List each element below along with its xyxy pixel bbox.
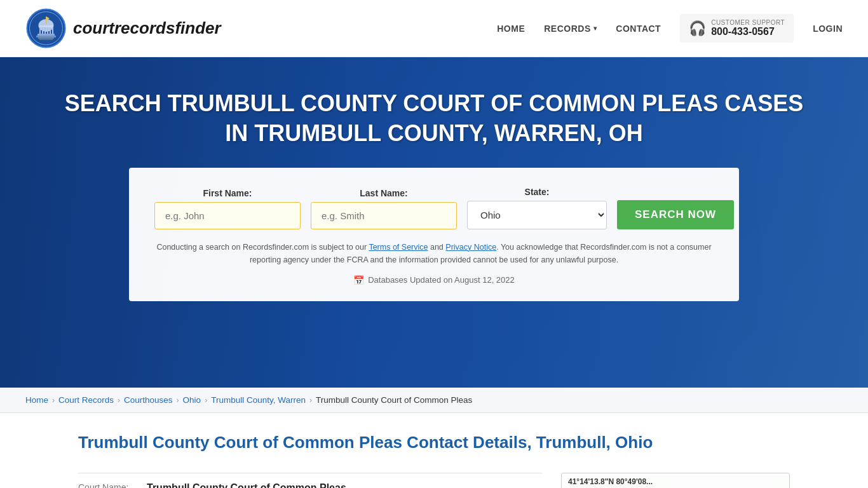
- breadcrumb-sep-1: ›: [52, 396, 55, 405]
- chevron-down-icon: ▾: [593, 25, 597, 32]
- breadcrumb-courthouses[interactable]: Courthouses: [124, 395, 173, 405]
- first-name-input[interactable]: [154, 202, 301, 229]
- svg-rect-4: [39, 27, 41, 34]
- breadcrumb-sep-4: ›: [205, 396, 207, 405]
- breadcrumb-sep-3: ›: [177, 396, 179, 405]
- svg-rect-11: [36, 36, 56, 37]
- last-name-group: Last Name:: [311, 188, 457, 229]
- db-updated: 📅 Databases Updated on August 12, 2022: [154, 275, 714, 285]
- breadcrumb-sep-2: ›: [118, 396, 120, 405]
- breadcrumb-trumbull-warren[interactable]: Trumbull County, Warren: [211, 395, 306, 405]
- first-name-label: First Name:: [154, 188, 301, 198]
- search-card: First Name: Last Name: State: Ohio Alaba…: [129, 168, 739, 301]
- state-label: State:: [467, 187, 607, 197]
- nav-home[interactable]: HOME: [497, 24, 525, 34]
- svg-rect-12: [38, 37, 54, 39]
- hero-title: SEARCH TRUMBULL COUNTY COURT OF COMMON P…: [13, 89, 855, 149]
- logo-area: courtrecordsfinder: [25, 8, 497, 49]
- nav-records[interactable]: RECORDS ▾: [544, 24, 597, 34]
- support-text: CUSTOMER SUPPORT 800-433-0567: [711, 19, 785, 37]
- svg-rect-6: [44, 27, 46, 34]
- nav-login[interactable]: LOGIN: [813, 24, 843, 34]
- first-name-group: First Name:: [154, 188, 301, 229]
- breadcrumb-court-records[interactable]: Court Records: [58, 395, 114, 405]
- support-phone: 800-433-0567: [711, 26, 785, 37]
- logo-icon[interactable]: [25, 8, 67, 49]
- search-fields: First Name: Last Name: State: Ohio Alaba…: [154, 187, 714, 229]
- breadcrumb: Home › Court Records › Courthouses › Ohi…: [0, 388, 868, 413]
- details-panel: Court Name: Trumbull County Court of Com…: [78, 473, 542, 488]
- terms-link[interactable]: Terms of Service: [369, 243, 428, 252]
- svg-rect-8: [50, 27, 51, 34]
- headset-icon: 🎧: [689, 20, 706, 37]
- main-content: Trumbull County Court of Common Pleas Co…: [53, 413, 815, 488]
- site-header: courtrecordsfinder HOME RECORDS ▾ CONTAC…: [0, 0, 868, 57]
- court-name-row: Court Name: Trumbull County Court of Com…: [78, 473, 542, 488]
- svg-rect-13: [39, 39, 53, 40]
- svg-rect-14: [46, 17, 46, 24]
- breadcrumb-sep-5: ›: [309, 396, 312, 405]
- hero-content: SEARCH TRUMBULL COUNTY COURT OF COMMON P…: [13, 89, 855, 301]
- map-panel: 41°14'13.8"N 80°49'08... View larger map…: [561, 473, 790, 488]
- page-heading: Trumbull County Court of Common Pleas Co…: [78, 432, 790, 454]
- court-name-value: Trumbull County Court of Common Pleas: [147, 482, 346, 488]
- search-button[interactable]: SEARCH NOW: [617, 200, 734, 229]
- svg-rect-5: [42, 27, 43, 34]
- logo-text[interactable]: courtrecordsfinder: [73, 18, 221, 38]
- breadcrumb-home[interactable]: Home: [25, 395, 48, 405]
- breadcrumb-ohio[interactable]: Ohio: [183, 395, 201, 405]
- support-label: CUSTOMER SUPPORT: [711, 19, 785, 26]
- map-top-bar: 41°14'13.8"N 80°49'08... View larger map: [562, 473, 789, 488]
- main-nav: HOME RECORDS ▾ CONTACT 🎧 CUSTOMER SUPPOR…: [497, 14, 843, 43]
- svg-rect-10: [37, 34, 55, 36]
- privacy-link[interactable]: Privacy Notice: [445, 243, 496, 252]
- last-name-input[interactable]: [311, 202, 457, 229]
- nav-contact[interactable]: CONTACT: [616, 24, 661, 34]
- state-group: State: Ohio AlabamaAlaskaArizona Arkansa…: [467, 187, 607, 229]
- content-layout: Court Name: Trumbull County Court of Com…: [78, 473, 790, 488]
- search-disclaimer: Conducting a search on Recordsfinder.com…: [154, 241, 714, 266]
- map-coords: 41°14'13.8"N 80°49'08...: [568, 477, 653, 486]
- map-placeholder: 41°14'13.8"N 80°49'08... View larger map…: [562, 473, 789, 488]
- breadcrumb-current: Trumbull County Court of Common Pleas: [316, 395, 472, 405]
- svg-rect-9: [52, 27, 53, 34]
- court-name-label: Court Name:: [78, 482, 142, 488]
- support-box[interactable]: 🎧 CUSTOMER SUPPORT 800-433-0567: [680, 14, 794, 43]
- svg-rect-3: [39, 25, 53, 27]
- state-select[interactable]: Ohio AlabamaAlaskaArizona ArkansasCalifo…: [467, 201, 607, 229]
- hero-section: SEARCH TRUMBULL COUNTY COURT OF COMMON P…: [0, 57, 868, 388]
- map-container: 41°14'13.8"N 80°49'08... View larger map…: [561, 473, 790, 488]
- last-name-label: Last Name:: [311, 188, 457, 198]
- calendar-icon: 📅: [353, 275, 364, 285]
- svg-rect-7: [47, 27, 48, 34]
